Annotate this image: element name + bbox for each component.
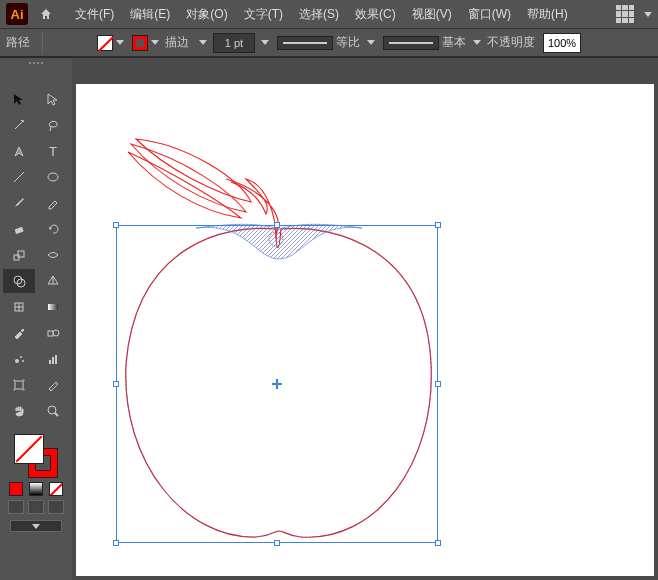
chevron-down-icon xyxy=(116,40,124,45)
svg-text:T: T xyxy=(49,144,57,158)
brush-definition[interactable]: 基本 xyxy=(381,32,483,53)
stroke-profile[interactable]: 等比 xyxy=(275,32,377,53)
scale-tool[interactable] xyxy=(3,243,35,267)
canvas-area xyxy=(72,58,658,580)
none-mode-swatch[interactable] xyxy=(49,482,63,496)
artboard[interactable] xyxy=(76,84,654,576)
selection-handle-e[interactable] xyxy=(435,381,441,387)
fill-stroke-swatches[interactable] xyxy=(14,434,58,478)
stroke-dropdown-icon[interactable] xyxy=(197,38,209,47)
tool-panel-bottom xyxy=(0,426,72,536)
slice-tool[interactable] xyxy=(37,373,69,397)
menu-bar: Ai 文件(F) 编辑(E) 对象(O) 文字(T) 选择(S) 效果(C) 视… xyxy=(0,0,658,28)
draw-normal-button[interactable] xyxy=(8,500,24,514)
blend-tool[interactable] xyxy=(37,321,69,345)
line-tool[interactable] xyxy=(3,165,35,189)
menu-view[interactable]: 视图(V) xyxy=(405,2,459,27)
mesh-tool[interactable] xyxy=(3,295,35,319)
color-mode-row xyxy=(4,482,68,496)
chevron-down-icon xyxy=(32,524,40,529)
svg-point-15 xyxy=(22,360,24,362)
chevron-down-icon xyxy=(199,40,207,45)
svg-point-3 xyxy=(48,173,58,181)
ellipse-tool[interactable] xyxy=(37,165,69,189)
selection-handle-sw[interactable] xyxy=(113,540,119,546)
menu-edit[interactable]: 编辑(E) xyxy=(123,2,177,27)
lasso-tool[interactable] xyxy=(37,113,69,137)
draw-mode-row xyxy=(4,500,68,514)
svg-rect-10 xyxy=(48,304,58,310)
draw-inside-button[interactable] xyxy=(48,500,64,514)
eyedropper-tool[interactable] xyxy=(3,321,35,345)
stroke-width-input[interactable] xyxy=(213,33,255,53)
paintbrush-tool[interactable] xyxy=(3,191,35,215)
selection-handle-n[interactable] xyxy=(274,222,280,228)
tool-panel: T xyxy=(0,58,72,580)
brush-line-icon xyxy=(383,36,439,50)
hand-tool[interactable] xyxy=(3,399,35,423)
chevron-down-icon[interactable] xyxy=(644,12,652,17)
gradient-tool[interactable] xyxy=(37,295,69,319)
menu-help[interactable]: 帮助(H) xyxy=(520,2,575,27)
type-tool[interactable]: T xyxy=(37,139,69,163)
width-tool[interactable] xyxy=(37,243,69,267)
profile-line-icon xyxy=(277,36,333,50)
stroke-label: 描边 xyxy=(165,34,189,51)
workspace: 未标题-2* @ 100% (CMYK/预览) × 软件自学网：RJZXW.CO… xyxy=(0,58,658,580)
style-label: 基本 xyxy=(442,34,466,51)
svg-point-12 xyxy=(53,330,59,336)
menu-file[interactable]: 文件(F) xyxy=(68,2,121,27)
menu-object[interactable]: 对象(O) xyxy=(179,2,234,27)
menu-window[interactable]: 窗口(W) xyxy=(461,2,518,27)
menu-effect[interactable]: 效果(C) xyxy=(348,2,403,27)
menu-type[interactable]: 文字(T) xyxy=(237,2,290,27)
fill-none-icon xyxy=(97,35,113,51)
svg-rect-18 xyxy=(55,355,57,364)
svg-point-14 xyxy=(20,356,22,358)
rotate-tool[interactable] xyxy=(37,217,69,241)
selection-handle-s[interactable] xyxy=(274,540,280,546)
artboard-tool[interactable] xyxy=(3,373,35,397)
color-mode-swatch[interactable] xyxy=(9,482,23,496)
tool-grid: T xyxy=(0,84,72,426)
svg-line-21 xyxy=(55,413,58,416)
selection-handle-w[interactable] xyxy=(113,381,119,387)
svg-point-20 xyxy=(48,406,56,414)
svg-rect-4 xyxy=(15,227,24,234)
menu-select[interactable]: 选择(S) xyxy=(292,2,346,27)
chevron-down-icon xyxy=(473,40,481,45)
pen-tool[interactable] xyxy=(3,139,35,163)
eraser-tool[interactable] xyxy=(3,217,35,241)
zoom-tool[interactable] xyxy=(37,399,69,423)
direct-selection-tool[interactable] xyxy=(37,87,69,111)
home-icon[interactable] xyxy=(36,4,56,24)
pencil-tool[interactable] xyxy=(37,191,69,215)
magic-wand-tool[interactable] xyxy=(3,113,35,137)
gradient-mode-swatch[interactable] xyxy=(29,482,43,496)
symbol-sprayer-tool[interactable] xyxy=(3,347,35,371)
svg-rect-11 xyxy=(48,331,53,336)
draw-behind-button[interactable] xyxy=(28,500,44,514)
panel-grip[interactable] xyxy=(0,58,72,68)
stroke-red-icon xyxy=(132,35,148,51)
stroke-swatch[interactable] xyxy=(130,33,161,53)
selection-bounding-box[interactable] xyxy=(116,225,438,543)
selection-handle-ne[interactable] xyxy=(435,222,441,228)
selection-handle-se[interactable] xyxy=(435,540,441,546)
app-logo: Ai xyxy=(6,3,28,25)
opacity-label: 不透明度 xyxy=(487,34,535,51)
perspective-tool[interactable] xyxy=(37,269,69,293)
selection-handle-nw[interactable] xyxy=(113,222,119,228)
fill-swatch[interactable] xyxy=(95,33,126,53)
shape-builder-tool[interactable] xyxy=(3,269,35,293)
screen-mode-button[interactable] xyxy=(10,520,62,532)
workspace-switcher-icon[interactable] xyxy=(616,5,634,23)
chevron-down-icon xyxy=(261,40,269,45)
stroke-width-dropdown[interactable] xyxy=(259,38,271,47)
selection-tool[interactable] xyxy=(3,87,35,111)
selection-center-icon xyxy=(272,379,282,389)
fill-swatch-large[interactable] xyxy=(14,434,44,464)
selection-mode-label: 路径 xyxy=(6,34,30,51)
opacity-input[interactable] xyxy=(543,33,581,53)
graph-tool[interactable] xyxy=(37,347,69,371)
